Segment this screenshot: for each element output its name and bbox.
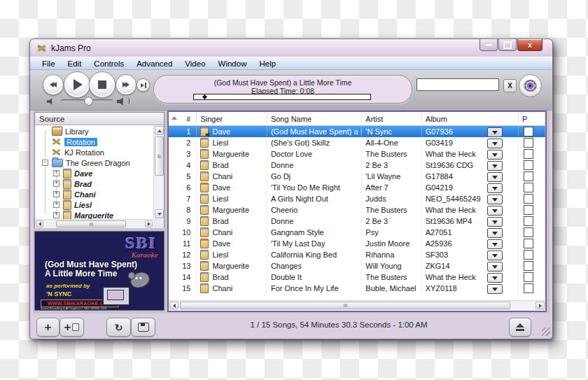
column-header-singer[interactable]: Singer bbox=[197, 112, 267, 125]
play-button[interactable] bbox=[64, 71, 90, 98]
resize-grip[interactable] bbox=[542, 328, 550, 336]
p-checkbox[interactable] bbox=[524, 227, 533, 237]
sidebar-item-chani[interactable]: +Chani bbox=[35, 189, 153, 199]
album-dropdown-button[interactable] bbox=[487, 217, 503, 227]
title-bar[interactable]: kJams Pro x bbox=[30, 39, 552, 57]
menu-item-edit[interactable]: Edit bbox=[62, 59, 88, 69]
expand-icon[interactable]: + bbox=[53, 191, 59, 197]
sidebar-item-brad[interactable]: +Brad bbox=[35, 178, 153, 189]
scroll-left-button[interactable] bbox=[169, 302, 178, 309]
p-checkbox[interactable] bbox=[524, 216, 533, 226]
menu-item-advanced[interactable]: Advanced bbox=[130, 59, 178, 69]
album-dropdown-button[interactable] bbox=[487, 139, 503, 148]
scroll-thumb[interactable] bbox=[56, 220, 126, 227]
stop-button[interactable] bbox=[89, 71, 115, 98]
sidebar-item-the-green-dragon[interactable]: -The Green Dragon bbox=[35, 157, 153, 168]
p-checkbox[interactable] bbox=[524, 283, 533, 293]
source-horizontal-scrollbar[interactable] bbox=[35, 219, 153, 228]
scroll-thumb[interactable] bbox=[155, 136, 164, 176]
p-checkbox[interactable] bbox=[524, 160, 533, 170]
eject-button[interactable] bbox=[509, 318, 531, 337]
expand-icon[interactable]: + bbox=[53, 202, 59, 208]
album-dropdown-button[interactable] bbox=[487, 150, 503, 160]
menu-item-window[interactable]: Window bbox=[212, 59, 253, 69]
collapse-icon[interactable]: - bbox=[42, 160, 48, 166]
p-checkbox[interactable] bbox=[524, 183, 533, 192]
table-row[interactable]: 8MargueriteCheerioThe BustersWhat the He… bbox=[169, 204, 545, 216]
album-dropdown-button[interactable] bbox=[487, 273, 503, 283]
add-song-button[interactable]: + bbox=[36, 318, 59, 337]
p-checkbox[interactable] bbox=[524, 205, 533, 215]
p-checkbox[interactable] bbox=[524, 127, 533, 136]
volume-slider-thumb[interactable] bbox=[84, 97, 93, 106]
sidebar-item-library[interactable]: Library bbox=[35, 126, 153, 136]
rewind-button[interactable] bbox=[43, 74, 64, 95]
table-horizontal-scrollbar[interactable] bbox=[169, 300, 545, 311]
column-header-artist[interactable]: Artist bbox=[362, 112, 421, 125]
p-checkbox[interactable] bbox=[524, 239, 533, 248]
screen-button[interactable] bbox=[131, 318, 155, 337]
table-row[interactable]: 7LieslA Girls Night OutJuddsNEO_54465249 bbox=[169, 193, 545, 204]
maximize-button[interactable] bbox=[498, 39, 517, 51]
source-vertical-scrollbar[interactable] bbox=[153, 125, 164, 219]
segue-button[interactable] bbox=[136, 78, 150, 92]
column-header-song-name[interactable]: Song Name bbox=[267, 112, 362, 125]
scroll-right-button[interactable] bbox=[536, 302, 545, 309]
visualizer-button[interactable] bbox=[519, 74, 542, 97]
table-row[interactable]: 2Liesl(She's Got) SkillzAll-4-OneG03419 bbox=[169, 137, 545, 148]
album-dropdown-button[interactable] bbox=[487, 262, 503, 272]
menu-item-video[interactable]: Video bbox=[178, 59, 211, 69]
table-row[interactable]: 11Dave'Til My Last DayJustin MooreA25936 bbox=[169, 238, 545, 249]
scroll-left-button[interactable] bbox=[36, 220, 43, 227]
menu-item-controls[interactable]: Controls bbox=[88, 59, 130, 69]
album-dropdown-button[interactable] bbox=[487, 206, 503, 216]
search-input[interactable] bbox=[416, 78, 499, 91]
album-dropdown-button[interactable] bbox=[487, 127, 503, 137]
album-dropdown-button[interactable] bbox=[487, 228, 503, 238]
table-row[interactable]: 10ChaniGangnam StylePsyA27051 bbox=[169, 227, 545, 238]
table-row[interactable]: 3MargueriteDoctor LoveThe BustersWhat th… bbox=[169, 148, 545, 160]
sidebar-item-liesl[interactable]: +Liesl bbox=[35, 199, 153, 210]
album-dropdown-button[interactable] bbox=[487, 172, 503, 182]
progress-marker[interactable] bbox=[202, 94, 207, 99]
close-button[interactable]: x bbox=[517, 39, 542, 51]
table-row[interactable]: 5ChaniGo Dj'Lil WayneG17884 bbox=[169, 171, 545, 182]
minimize-button[interactable] bbox=[479, 39, 498, 51]
column-header-album[interactable]: Album bbox=[422, 112, 519, 125]
table-row[interactable]: 4BradDonne2 Be 3St19636 CDG bbox=[169, 160, 545, 171]
album-dropdown-button[interactable] bbox=[487, 284, 503, 294]
scroll-up-button[interactable] bbox=[155, 126, 164, 135]
p-checkbox[interactable] bbox=[524, 171, 533, 181]
p-checkbox[interactable] bbox=[524, 194, 533, 204]
volume-slider[interactable] bbox=[61, 99, 113, 102]
album-dropdown-button[interactable] bbox=[487, 161, 503, 171]
fast-forward-button[interactable] bbox=[115, 74, 136, 95]
p-checkbox[interactable] bbox=[524, 149, 533, 159]
p-checkbox[interactable] bbox=[524, 261, 533, 271]
table-row[interactable]: 12LieslCalifornia King BedRihannaSF303 bbox=[169, 249, 545, 260]
album-dropdown-button[interactable] bbox=[487, 251, 503, 260]
table-row[interactable]: 15ChaniFor Once In My LifeBuble, Michael… bbox=[169, 283, 545, 294]
p-checkbox[interactable] bbox=[524, 138, 533, 148]
menu-item-help[interactable]: Help bbox=[253, 59, 282, 69]
table-row[interactable]: 9BradDonne2 Be 3St19636 MP4 bbox=[169, 216, 545, 227]
expand-icon[interactable]: + bbox=[53, 170, 59, 176]
p-checkbox[interactable] bbox=[524, 272, 533, 282]
table-row[interactable]: 14BradDouble ItThe BustersWhat the Heck bbox=[169, 272, 545, 283]
table-row[interactable]: 6Dave'Til You Do Me RightAfter 7G04219 bbox=[169, 182, 545, 193]
expand-icon[interactable]: + bbox=[53, 212, 59, 218]
scroll-thumb[interactable] bbox=[180, 302, 510, 309]
album-dropdown-button[interactable] bbox=[487, 183, 503, 193]
clear-search-button[interactable]: X bbox=[503, 79, 517, 92]
scroll-right-button[interactable] bbox=[145, 220, 153, 227]
album-dropdown-button[interactable] bbox=[487, 239, 503, 249]
p-checkbox[interactable] bbox=[524, 250, 533, 260]
sidebar-item-dave[interactable]: +Dave bbox=[35, 168, 153, 178]
song-progress-bar[interactable] bbox=[193, 94, 371, 100]
loop-button[interactable]: ↻ bbox=[106, 318, 131, 337]
table-row[interactable]: 1Dave(God Must Have Spent) a L...'N Sync… bbox=[169, 126, 545, 137]
sidebar-item-rotation[interactable]: Rotation bbox=[35, 136, 153, 147]
table-row[interactable]: 13MargueriteChangesWill YoungZKG14 bbox=[169, 260, 545, 272]
add-playlist-button[interactable]: + bbox=[59, 318, 84, 337]
album-dropdown-button[interactable] bbox=[487, 195, 503, 204]
